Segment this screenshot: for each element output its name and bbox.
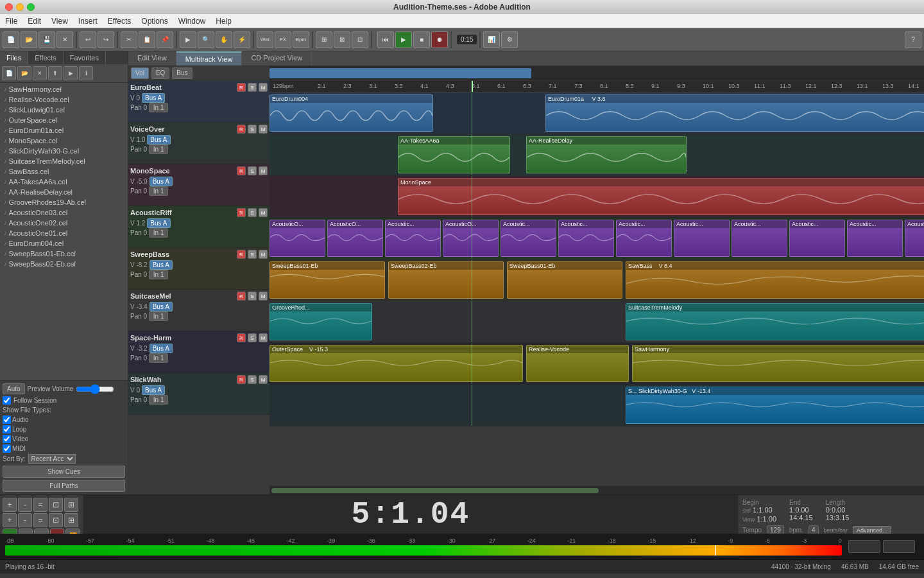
clip-acoustic-8[interactable]: Acoustic... xyxy=(674,220,730,257)
track-record-slickwah[interactable]: R xyxy=(237,375,246,384)
bus-acousticriff[interactable]: Bus A xyxy=(147,218,170,228)
file-item[interactable]: ♪AcousticOne01.cel xyxy=(1,228,126,238)
toolbar-play[interactable]: ▶ xyxy=(395,31,412,48)
menu-help[interactable]: Help xyxy=(216,17,232,26)
file-item[interactable]: ♪Realise-Vocode.cel xyxy=(1,94,126,105)
clip-slickdirtywah[interactable]: S... SlickDirtyWah30-G V -13.4 xyxy=(626,387,924,424)
show-cues-button[interactable]: Show Cues xyxy=(3,466,125,478)
toolbar-btn2[interactable]: ⊠ xyxy=(334,31,350,48)
track-mute-spaceharm[interactable]: M xyxy=(259,333,268,342)
clip-realisevocode[interactable]: Realise-Vocode xyxy=(526,345,629,382)
zoom-full-v[interactable]: ⊡ xyxy=(49,513,63,527)
track-record-eurobeat[interactable]: R xyxy=(237,83,246,92)
track-record-suitcasemel[interactable]: R xyxy=(237,292,246,301)
clip-sweepbass01-1[interactable]: SweepBass01-Eb xyxy=(270,261,385,299)
file-item[interactable]: ♪AA-TakesAA6a.cel xyxy=(1,177,126,187)
file-item[interactable]: ♪SlickLudwig01.cel xyxy=(1,105,126,115)
zoom-in-v[interactable]: + xyxy=(3,513,17,527)
track-mute-acousticriff[interactable]: M xyxy=(259,208,268,217)
zoom-special-v[interactable]: ⊞ xyxy=(64,513,78,527)
panel-btn-info[interactable]: ℹ xyxy=(79,66,93,80)
zoom-full-h[interactable]: ⊡ xyxy=(49,498,63,512)
menu-effects[interactable]: Effects xyxy=(108,17,131,26)
menu-file[interactable]: File xyxy=(5,17,17,26)
track-record-acousticriff[interactable]: R xyxy=(237,208,246,217)
panel-btn-open[interactable]: 📂 xyxy=(17,66,31,80)
bus-suitcasemel[interactable]: Bus A xyxy=(150,302,173,311)
clip-sawbass[interactable]: SawBass V 8.4 xyxy=(626,261,924,299)
toolbar-levels[interactable]: 📊 xyxy=(483,31,500,48)
track-mute-eurobeat[interactable]: M xyxy=(259,83,268,92)
clip-acoustic-2[interactable]: AcousticO... xyxy=(327,220,383,257)
clip-monospace[interactable]: MonoSpace xyxy=(398,178,924,215)
zoom-out-v[interactable]: - xyxy=(18,513,32,527)
toolbar-copy[interactable]: 📋 xyxy=(139,31,155,48)
file-item[interactable]: ♪EuroDrum004.cel xyxy=(1,238,126,249)
toolbar-new[interactable]: 📄 xyxy=(3,31,19,48)
file-item[interactable]: ♪AcousticOne03.cel xyxy=(1,207,126,218)
bus-slickwah[interactable]: Bus A xyxy=(142,385,165,395)
clip-acoustic-1[interactable]: AcousticO... xyxy=(270,220,325,257)
toolbar-bpm[interactable]: Bpm xyxy=(293,31,309,48)
bus-monospace[interactable]: Bus A xyxy=(150,177,173,186)
minimize-button[interactable] xyxy=(16,3,24,11)
file-item[interactable]: ♪SawBass.cel xyxy=(1,166,126,177)
track-record-spaceharm[interactable]: R xyxy=(237,333,246,342)
track-mute-sweepbass[interactable]: M xyxy=(259,250,268,259)
clip-outerspace[interactable]: OuterSpace V -15.3 xyxy=(270,345,523,382)
tab-eq[interactable]: EQ xyxy=(151,67,169,79)
tab-multitrack-view[interactable]: Multitrack View xyxy=(176,51,243,66)
sort-by-select[interactable]: Recent Acc Name Duration xyxy=(28,454,76,464)
audio-checkbox[interactable] xyxy=(3,416,11,424)
toolbar-zoom[interactable]: 🔍 xyxy=(198,31,214,48)
toolbar-select[interactable]: ▶ xyxy=(180,31,196,48)
toolbar-wet[interactable]: Wet xyxy=(257,31,273,48)
menu-window[interactable]: Window xyxy=(178,17,206,26)
file-item[interactable]: ♪GrooveRhodes19-Ab.cel xyxy=(1,197,126,207)
clip-acoustic-7[interactable]: Acoustic... xyxy=(616,220,672,257)
tab-edit-view[interactable]: Edit View xyxy=(128,51,176,66)
clip-sawharmony[interactable]: SawHarmony xyxy=(632,345,924,382)
clip-acoustic-9[interactable]: Acoustic... xyxy=(732,220,787,257)
loop-checkbox[interactable] xyxy=(3,425,11,434)
follow-session-checkbox[interactable] xyxy=(3,396,11,405)
zoom-reset-h[interactable]: = xyxy=(33,498,47,512)
menu-options[interactable]: Options xyxy=(141,17,167,26)
clip-sweepbass01-2[interactable]: SweepBass01-Eb xyxy=(507,261,622,299)
zoom-in-h[interactable]: + xyxy=(3,498,17,512)
clip-acoustic-3[interactable]: Acoustic... xyxy=(385,220,441,257)
toolbar-slice[interactable]: ⚡ xyxy=(234,31,250,48)
tab-favorites[interactable]: Favorites xyxy=(64,51,106,64)
track-solo-suitcasemel[interactable]: S xyxy=(248,292,257,301)
toolbar-btn1[interactable]: ⊞ xyxy=(316,31,332,48)
toolbar-stop[interactable]: ■ xyxy=(413,31,430,48)
clip-acoustic-6[interactable]: Acoustic... xyxy=(558,220,614,257)
tab-effects[interactable]: Effects xyxy=(28,51,63,64)
tab-files[interactable]: Files xyxy=(0,51,28,64)
zoom-out-h[interactable]: - xyxy=(18,498,32,512)
horizontal-scrollbar[interactable] xyxy=(270,486,924,495)
toolbar-btn3[interactable]: ⊡ xyxy=(352,31,368,48)
clip-suitcasetremmelody[interactable]: SuitcaseTremMelody xyxy=(626,303,924,340)
panel-btn-play[interactable]: ▶ xyxy=(64,66,78,80)
menu-insert[interactable]: Insert xyxy=(78,17,98,26)
video-checkbox[interactable] xyxy=(3,435,11,443)
zoom-reset-v[interactable]: = xyxy=(33,513,47,527)
file-item[interactable]: ♪SlickDirtyWah30-G.cel xyxy=(1,146,126,156)
clip-aarealisedelay[interactable]: AA-RealiseDelay xyxy=(526,136,687,173)
midi-checkbox[interactable] xyxy=(3,444,11,453)
toolbar-fx[interactable]: FX xyxy=(275,31,291,48)
auto-button[interactable]: Auto xyxy=(3,383,25,394)
zoom-special[interactable]: ⊞ xyxy=(64,498,78,512)
toolbar-paste[interactable]: 📌 xyxy=(157,31,173,48)
track-record-sweepbass[interactable]: R xyxy=(237,250,246,259)
file-item[interactable]: ♪AcousticOne02.cel xyxy=(1,218,126,228)
menu-edit[interactable]: Edit xyxy=(28,17,41,26)
bus-eurobeat[interactable]: Bus A xyxy=(142,93,165,103)
track-mute-suitcasemel[interactable]: M xyxy=(259,292,268,301)
clip-acoustic-10[interactable]: Acoustic... xyxy=(789,220,845,257)
track-solo-eurobeat[interactable]: S xyxy=(248,83,257,92)
maximize-button[interactable] xyxy=(27,3,35,11)
timeline-scrollbar[interactable] xyxy=(270,66,924,80)
track-record-voiceover[interactable]: R xyxy=(237,125,246,134)
